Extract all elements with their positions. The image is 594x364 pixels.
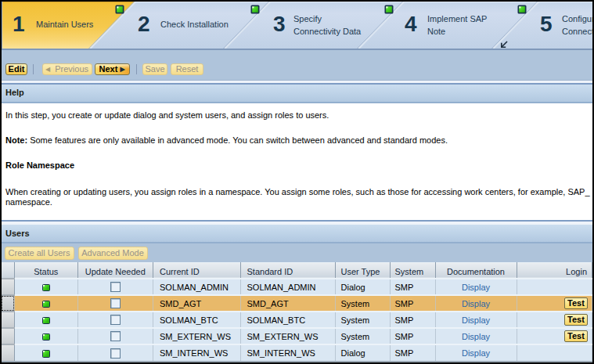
svg-text:Connectivity Data: Connectivity Data (293, 27, 362, 36)
svg-text:Check Installation: Check Installation (160, 20, 229, 29)
svg-text:Note: Note (427, 27, 445, 36)
svg-text:Connectivity: Connectivity (562, 27, 592, 36)
svg-text:Configure: Configure (562, 14, 592, 23)
svg-text:Maintain Users: Maintain Users (36, 20, 94, 29)
svg-text:4: 4 (405, 12, 417, 36)
svg-text:Specify: Specify (293, 14, 322, 23)
svg-text:1: 1 (13, 12, 25, 36)
svg-text:2: 2 (138, 12, 150, 36)
svg-text:3: 3 (273, 12, 286, 36)
svg-text:5: 5 (540, 12, 553, 36)
svg-text:Implement SAP: Implement SAP (427, 14, 487, 23)
